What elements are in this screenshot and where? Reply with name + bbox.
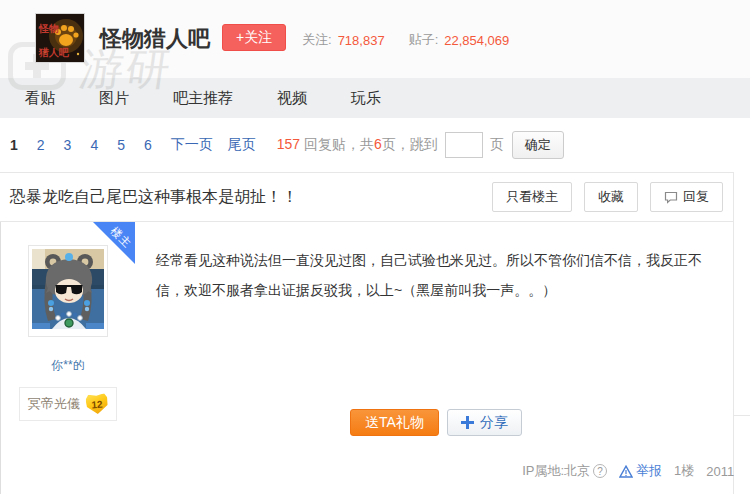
post-actions: 送TA礼物 分享 xyxy=(156,409,716,436)
posts-count: 22,854,069 xyxy=(444,33,509,48)
total-pages: 6 xyxy=(374,136,382,152)
warning-triangle-icon xyxy=(619,465,633,478)
speech-bubble-icon xyxy=(664,191,678,204)
help-icon[interactable]: ? xyxy=(593,464,607,478)
jump-unit-label: 页 xyxy=(490,136,504,154)
reply-text-before: 回复贴，共 xyxy=(304,136,374,152)
followers-count: 718,837 xyxy=(338,33,385,48)
ip-location-label: IP属地:北京 xyxy=(522,462,590,480)
page-link-5[interactable]: 5 xyxy=(117,137,125,153)
page-link-6[interactable]: 6 xyxy=(144,137,152,153)
author-sidebar: 楼主 xyxy=(1,222,135,494)
tab-wanle[interactable]: 玩乐 xyxy=(351,89,381,108)
report-link[interactable]: 举报 xyxy=(619,462,662,480)
reply-button[interactable]: 回复 xyxy=(650,182,723,212)
page-link-3[interactable]: 3 xyxy=(64,137,72,153)
forum-nav: 看贴 图片 吧主推荐 视频 玩乐 xyxy=(0,78,750,118)
forum-stats: 关注: 718,837 贴子: 22,854,069 xyxy=(302,31,527,49)
share-button-label: 分享 xyxy=(480,414,508,432)
author-badge[interactable]: 冥帝光儀 12 xyxy=(19,387,117,421)
send-gift-button[interactable]: 送TA礼物 xyxy=(350,409,439,436)
tieba-thread-page: 游研 怪物 猎人吧 怪物猎人吧 +关注 xyxy=(0,0,750,494)
confirm-button[interactable]: 确定 xyxy=(512,131,564,159)
page-link-4[interactable]: 4 xyxy=(90,137,98,153)
reply-button-label: 回复 xyxy=(683,188,709,206)
level-badge-icon: 12 xyxy=(85,393,109,415)
post-floor-1: 楼主 xyxy=(0,222,734,494)
last-page-link[interactable]: 尾页 xyxy=(228,136,256,154)
report-label: 举报 xyxy=(636,462,662,480)
ip-location: IP属地:北京 ? xyxy=(522,462,607,480)
share-button[interactable]: 分享 xyxy=(447,409,522,436)
post-meta-bar: IP属地:北京 ? 举报 1楼 2011-08-22 13:10 回复 xyxy=(156,462,750,480)
pagination-bar: 1 2 3 4 5 6 下一页 尾页 157 回复贴，共6页，跳到 页 确定 xyxy=(0,118,750,172)
jump-page-input[interactable] xyxy=(445,132,483,158)
floor-label: 1楼 xyxy=(674,462,694,480)
follow-button[interactable]: +关注 xyxy=(222,24,286,51)
post-content-area: 经常看见这种说法但一直没见过图，自己试验也米见过。所以不管你们信不信，我反正不信… xyxy=(135,222,750,494)
thread-title: 恐暴龙吃自己尾巴这种事根本是胡扯！！ xyxy=(10,187,480,208)
forum-header: 游研 怪物 猎人吧 怪物猎人吧 +关注 xyxy=(0,0,750,78)
svg-text:猎人吧: 猎人吧 xyxy=(38,47,69,58)
reply-text-after: 页，跳到 xyxy=(382,136,438,152)
next-page-link[interactable]: 下一页 xyxy=(171,136,213,154)
posts-label: 贴子: xyxy=(409,31,439,49)
badge-name: 冥帝光儀 xyxy=(28,395,80,413)
tab-bazhutuijian[interactable]: 吧主推荐 xyxy=(173,89,233,108)
reply-count: 157 xyxy=(277,136,300,152)
favorite-button[interactable]: 收藏 xyxy=(584,182,638,212)
tab-shipin[interactable]: 视频 xyxy=(277,89,307,108)
only-op-button[interactable]: 只看楼主 xyxy=(492,182,572,212)
svg-text:怪物: 怪物 xyxy=(38,23,59,34)
monster-hunter-forum-icon: 怪物 猎人吧 xyxy=(36,14,84,62)
page-link-2[interactable]: 2 xyxy=(37,137,45,153)
forum-title: 怪物猎人吧 xyxy=(100,24,210,54)
op-ribbon: 楼主 xyxy=(93,222,135,264)
reply-count-info: 157 回复贴，共6页，跳到 xyxy=(277,136,438,154)
right-gutter xyxy=(734,172,750,494)
badge-level: 12 xyxy=(91,398,103,410)
followers-label: 关注: xyxy=(302,31,332,49)
page-current: 1 xyxy=(10,137,18,153)
tab-kantie[interactable]: 看贴 xyxy=(25,89,55,108)
author-username[interactable]: 你**的 xyxy=(51,357,84,374)
forum-avatar[interactable]: 怪物 猎人吧 xyxy=(35,13,85,63)
tab-tupian[interactable]: 图片 xyxy=(99,89,129,108)
post-text: 经常看见这种说法但一直没见过图，自己试验也米见过。所以不管你们信不信，我反正不信… xyxy=(156,245,706,305)
thread-title-bar: 恐暴龙吃自己尾巴这种事根本是胡扯！！ 只看楼主 收藏 回复 xyxy=(0,173,734,222)
plus-icon xyxy=(461,416,474,429)
